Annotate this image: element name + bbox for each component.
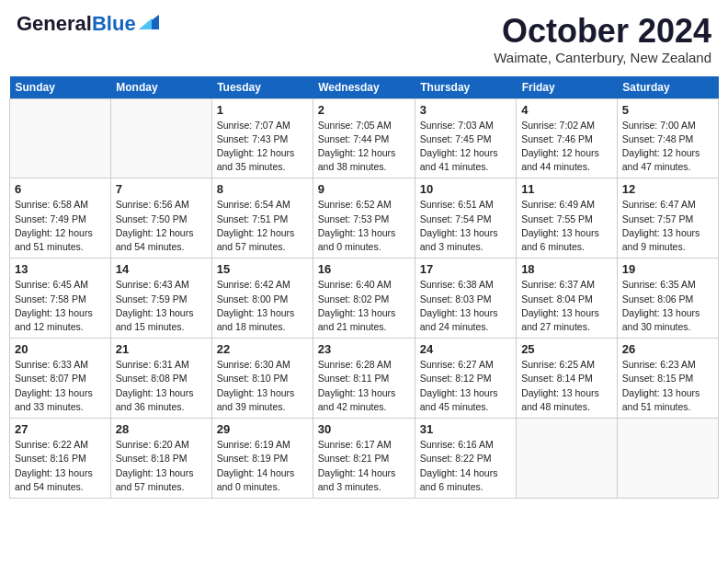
calendar-week-5: 27Sunrise: 6:22 AMSunset: 8:16 PMDayligh… [10,419,719,499]
header-wednesday: Wednesday [313,76,415,99]
calendar-cell: 17Sunrise: 6:38 AMSunset: 8:03 PMDayligh… [415,259,516,339]
day-number: 12 [622,182,713,196]
day-number: 20 [15,342,106,356]
cell-content: Sunrise: 6:40 AMSunset: 8:02 PMDaylight:… [318,278,410,334]
day-number: 11 [521,182,612,196]
calendar-header-row: SundayMondayTuesdayWednesdayThursdayFrid… [10,76,719,99]
calendar-cell: 5Sunrise: 7:00 AMSunset: 7:48 PMDaylight… [617,98,718,178]
day-number: 8 [217,182,308,196]
cell-content: Sunrise: 6:47 AMSunset: 7:57 PMDaylight:… [622,198,713,254]
calendar-cell: 12Sunrise: 6:47 AMSunset: 7:57 PMDayligh… [617,178,718,259]
day-number: 10 [420,182,511,196]
cell-content: Sunrise: 6:54 AMSunset: 7:51 PMDaylight:… [217,198,308,254]
calendar-cell: 18Sunrise: 6:37 AMSunset: 8:04 PMDayligh… [517,259,618,339]
header-monday: Monday [110,76,211,99]
page-header: GeneralBlue October 2024 Waimate, Canter… [9,9,719,69]
cell-content: Sunrise: 7:05 AMSunset: 7:44 PMDaylight:… [318,119,410,175]
day-number: 26 [622,342,713,356]
calendar-cell: 16Sunrise: 6:40 AMSunset: 8:02 PMDayligh… [313,259,415,339]
cell-content: Sunrise: 7:00 AMSunset: 7:48 PMDaylight:… [622,119,713,175]
cell-content: Sunrise: 6:30 AMSunset: 8:10 PMDaylight:… [217,358,308,414]
day-number: 21 [116,342,207,356]
day-number: 22 [217,342,308,356]
cell-content: Sunrise: 6:43 AMSunset: 7:59 PMDaylight:… [116,278,207,334]
day-number: 14 [116,262,207,276]
day-number: 23 [318,342,410,356]
day-number: 24 [420,342,511,356]
calendar-week-1: 1Sunrise: 7:07 AMSunset: 7:43 PMDaylight… [10,98,719,178]
month-title: October 2024 [494,13,711,50]
cell-content: Sunrise: 6:35 AMSunset: 8:06 PMDaylight:… [622,278,713,334]
day-number: 31 [420,422,511,436]
cell-content: Sunrise: 6:25 AMSunset: 8:14 PMDaylight:… [521,358,612,414]
day-number: 27 [15,422,106,436]
calendar-cell: 29Sunrise: 6:19 AMSunset: 8:19 PMDayligh… [211,419,313,499]
logo-icon [139,15,159,29]
header-thursday: Thursday [415,76,516,99]
calendar-cell: 27Sunrise: 6:22 AMSunset: 8:16 PMDayligh… [10,419,111,499]
calendar-cell: 31Sunrise: 6:16 AMSunset: 8:22 PMDayligh… [415,419,516,499]
cell-content: Sunrise: 6:16 AMSunset: 8:22 PMDaylight:… [420,438,511,494]
calendar-cell: 7Sunrise: 6:56 AMSunset: 7:50 PMDaylight… [110,178,211,259]
cell-content: Sunrise: 6:51 AMSunset: 7:54 PMDaylight:… [420,198,511,254]
cell-content: Sunrise: 7:03 AMSunset: 7:45 PMDaylight:… [420,119,511,175]
day-number: 6 [15,182,106,196]
calendar-cell [10,98,111,178]
cell-content: Sunrise: 6:58 AMSunset: 7:49 PMDaylight:… [15,198,106,254]
day-number: 5 [622,103,713,117]
calendar-cell: 15Sunrise: 6:42 AMSunset: 8:00 PMDayligh… [211,259,313,339]
cell-content: Sunrise: 6:38 AMSunset: 8:03 PMDaylight:… [420,278,511,334]
calendar-cell [517,419,618,499]
day-number: 30 [318,422,410,436]
day-number: 9 [318,182,410,196]
calendar-cell: 10Sunrise: 6:51 AMSunset: 7:54 PMDayligh… [415,178,516,259]
cell-content: Sunrise: 7:02 AMSunset: 7:46 PMDaylight:… [521,119,612,175]
calendar-cell: 6Sunrise: 6:58 AMSunset: 7:49 PMDaylight… [10,178,111,259]
calendar-week-4: 20Sunrise: 6:33 AMSunset: 8:07 PMDayligh… [10,339,719,419]
logo-text: GeneralBlue [17,13,136,35]
cell-content: Sunrise: 6:52 AMSunset: 7:53 PMDaylight:… [318,198,410,254]
title-block: October 2024 Waimate, Canterbury, New Ze… [494,13,711,65]
calendar-cell: 25Sunrise: 6:25 AMSunset: 8:14 PMDayligh… [517,339,618,419]
calendar-cell: 8Sunrise: 6:54 AMSunset: 7:51 PMDaylight… [211,178,313,259]
calendar-table: SundayMondayTuesdayWednesdayThursdayFrid… [9,76,719,499]
day-number: 18 [521,262,612,276]
calendar-cell: 28Sunrise: 6:20 AMSunset: 8:18 PMDayligh… [110,419,211,499]
cell-content: Sunrise: 6:17 AMSunset: 8:21 PMDaylight:… [318,438,410,494]
calendar-cell: 21Sunrise: 6:31 AMSunset: 8:08 PMDayligh… [110,339,211,419]
day-number: 28 [116,422,207,436]
day-number: 3 [420,103,511,117]
day-number: 15 [217,262,308,276]
day-number: 7 [116,182,207,196]
location: Waimate, Canterbury, New Zealand [494,50,711,65]
calendar-cell: 30Sunrise: 6:17 AMSunset: 8:21 PMDayligh… [313,419,415,499]
cell-content: Sunrise: 6:56 AMSunset: 7:50 PMDaylight:… [116,198,207,254]
header-sunday: Sunday [10,76,111,99]
day-number: 29 [217,422,308,436]
cell-content: Sunrise: 6:19 AMSunset: 8:19 PMDaylight:… [217,438,308,494]
calendar-cell: 26Sunrise: 6:23 AMSunset: 8:15 PMDayligh… [617,339,718,419]
cell-content: Sunrise: 6:37 AMSunset: 8:04 PMDaylight:… [521,278,612,334]
calendar-cell: 3Sunrise: 7:03 AMSunset: 7:45 PMDaylight… [415,98,516,178]
header-saturday: Saturday [617,76,718,99]
cell-content: Sunrise: 6:20 AMSunset: 8:18 PMDaylight:… [116,438,207,494]
cell-content: Sunrise: 6:28 AMSunset: 8:11 PMDaylight:… [318,358,410,414]
calendar-cell: 23Sunrise: 6:28 AMSunset: 8:11 PMDayligh… [313,339,415,419]
calendar-cell: 14Sunrise: 6:43 AMSunset: 7:59 PMDayligh… [110,259,211,339]
calendar-cell: 1Sunrise: 7:07 AMSunset: 7:43 PMDaylight… [211,98,313,178]
calendar-cell: 13Sunrise: 6:45 AMSunset: 7:58 PMDayligh… [10,259,111,339]
day-number: 1 [217,103,308,117]
calendar-cell: 19Sunrise: 6:35 AMSunset: 8:06 PMDayligh… [617,259,718,339]
cell-content: Sunrise: 7:07 AMSunset: 7:43 PMDaylight:… [217,119,308,175]
svg-marker-1 [139,18,152,29]
calendar-cell: 2Sunrise: 7:05 AMSunset: 7:44 PMDaylight… [313,98,415,178]
calendar-cell [617,419,718,499]
cell-content: Sunrise: 6:22 AMSunset: 8:16 PMDaylight:… [15,438,106,494]
calendar-cell [110,98,211,178]
day-number: 25 [521,342,612,356]
calendar-cell: 22Sunrise: 6:30 AMSunset: 8:10 PMDayligh… [211,339,313,419]
header-tuesday: Tuesday [211,76,313,99]
day-number: 17 [420,262,511,276]
calendar-cell: 9Sunrise: 6:52 AMSunset: 7:53 PMDaylight… [313,178,415,259]
day-number: 13 [15,262,106,276]
